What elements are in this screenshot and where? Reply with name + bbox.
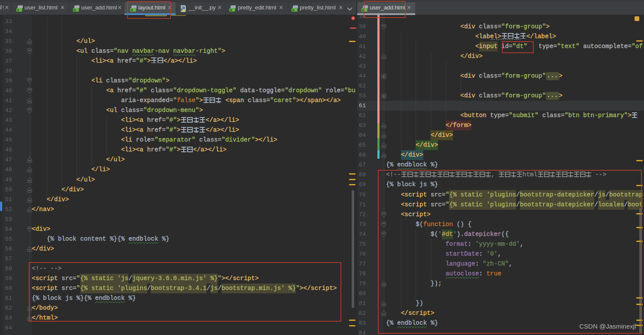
- svg-text:H: H: [230, 8, 232, 12]
- svg-text:H: H: [73, 8, 76, 12]
- svg-text:H: H: [17, 8, 19, 12]
- svg-text:H: H: [292, 8, 294, 12]
